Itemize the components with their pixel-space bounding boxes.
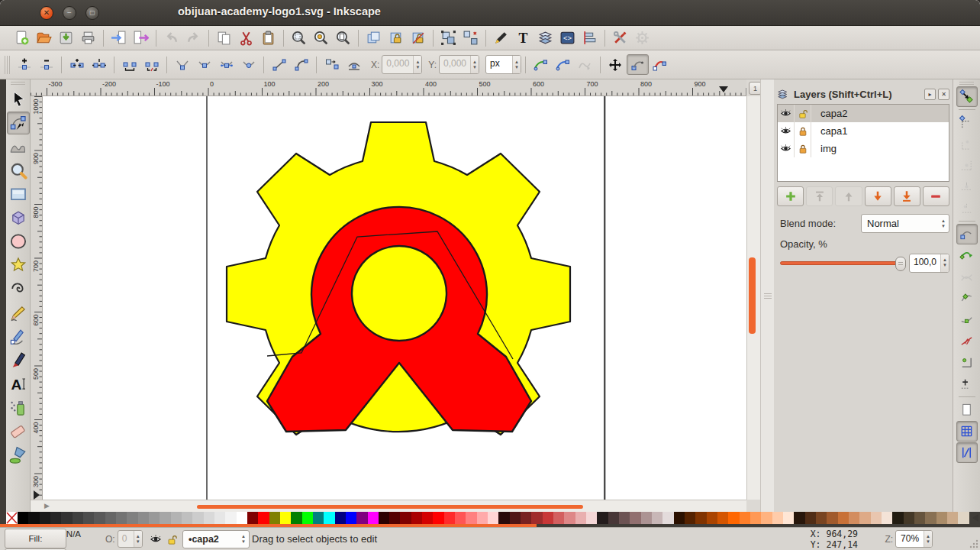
- horizontal-ruler[interactable]: -300-200-1000100200300400500600700800900…: [31, 79, 746, 96]
- horizontal-scrollbar-thumb[interactable]: [197, 505, 583, 509]
- palette-swatch[interactable]: [313, 512, 324, 524]
- palette-swatch[interactable]: [138, 512, 149, 524]
- snapbar-grip[interactable]: [959, 82, 974, 86]
- toolbox-grip[interactable]: [11, 82, 25, 86]
- palette-swatch[interactable]: [674, 512, 685, 524]
- palette-swatch[interactable]: [783, 512, 794, 524]
- text-button[interactable]: T: [512, 28, 534, 48]
- spray-tool-button[interactable]: [7, 396, 30, 419]
- node-tool-button[interactable]: [7, 112, 30, 134]
- snap-cusp-button[interactable]: [956, 288, 978, 309]
- object-opacity-input[interactable]: 0▲▼: [118, 530, 143, 548]
- layers-dialog-button[interactable]: [534, 28, 556, 48]
- palette-scroll-arrow-icon[interactable]: [972, 514, 978, 522]
- palette-swatch[interactable]: [958, 512, 969, 524]
- snap-corner-button[interactable]: [956, 352, 978, 373]
- palette-swatch[interactable]: [728, 512, 739, 524]
- edit-mask-button[interactable]: [552, 54, 574, 75]
- palette-swatch[interactable]: [192, 512, 203, 524]
- palette-swatch[interactable]: [214, 512, 225, 524]
- palette-swatch[interactable]: [553, 512, 564, 524]
- layer-visibility-toggle[interactable]: [778, 122, 795, 140]
- layer-lock-toggle[interactable]: [795, 105, 811, 122]
- palette-swatch[interactable]: [225, 512, 236, 524]
- horizontal-scrollbar[interactable]: ▶: [31, 500, 746, 512]
- palette-swatch[interactable]: [105, 512, 116, 524]
- node-symmetric-button[interactable]: [215, 54, 237, 75]
- palette-swatch[interactable]: [411, 512, 422, 524]
- layer-row[interactable]: capa1: [778, 122, 949, 140]
- palette-swatch[interactable]: [258, 512, 269, 524]
- palette-swatch[interactable]: [182, 512, 192, 524]
- palette-swatch[interactable]: [400, 512, 411, 524]
- palette-swatch[interactable]: [455, 512, 466, 524]
- palette-swatch[interactable]: [619, 512, 630, 524]
- layer-visibility-toggle[interactable]: [778, 105, 795, 122]
- blend-mode-select[interactable]: Normal ▲▼: [861, 214, 949, 233]
- palette-swatch[interactable]: [28, 512, 39, 524]
- palette-swatch[interactable]: [127, 512, 137, 524]
- opacity-slider[interactable]: [780, 261, 901, 265]
- edit-clip-button[interactable]: [530, 54, 552, 75]
- palette-swatch[interactable]: [389, 512, 400, 524]
- palette-swatch[interactable]: [302, 512, 313, 524]
- palette-swatch[interactable]: [346, 512, 356, 524]
- palette-swatch[interactable]: [83, 512, 94, 524]
- palette-swatch[interactable]: [750, 512, 761, 524]
- paintbucket-tool-button[interactable]: [7, 443, 30, 466]
- no-color-swatch[interactable]: [6, 512, 18, 524]
- palette-swatch[interactable]: [630, 512, 640, 524]
- node-curve-button[interactable]: [290, 54, 312, 75]
- selector-tool-button[interactable]: [7, 88, 30, 111]
- document-save-button[interactable]: [55, 28, 77, 48]
- node-handles-button[interactable]: [627, 54, 649, 75]
- toolbar-grip[interactable]: [5, 56, 10, 74]
- snap-grid-button[interactable]: [956, 421, 978, 442]
- node-insert-button[interactable]: [13, 54, 35, 75]
- snap-guides-button[interactable]: [956, 442, 978, 463]
- dock-grip[interactable]: [764, 293, 772, 300]
- palette-swatch[interactable]: [936, 512, 947, 524]
- palette-swatch[interactable]: [149, 512, 160, 524]
- palette-swatch[interactable]: [871, 512, 882, 524]
- palette-swatch[interactable]: [466, 512, 476, 524]
- palette-swatch[interactable]: [269, 512, 280, 524]
- palette-swatch[interactable]: [433, 512, 443, 524]
- palette-swatch[interactable]: [291, 512, 301, 524]
- snap-page-button[interactable]: [956, 400, 978, 420]
- palette-swatch[interactable]: [652, 512, 662, 524]
- zoom-page-button[interactable]: [332, 28, 354, 48]
- import-button[interactable]: [108, 28, 130, 48]
- palette-swatch[interactable]: [247, 512, 258, 524]
- node-line-button[interactable]: [268, 54, 290, 75]
- palette-swatch[interactable]: [521, 512, 531, 524]
- palette-swatch[interactable]: [531, 512, 542, 524]
- current-layer-select[interactable]: •capa2 ▲▼: [182, 530, 250, 548]
- palette-swatch[interactable]: [662, 512, 673, 524]
- palette-swatch[interactable]: [859, 512, 870, 524]
- duplicate-button[interactable]: [363, 28, 385, 48]
- ungroup-button[interactable]: [459, 28, 482, 48]
- node-smooth-button[interactable]: [193, 54, 215, 75]
- palette-swatch[interactable]: [685, 512, 695, 524]
- palette-swatch[interactable]: [849, 512, 859, 524]
- palette-swatch[interactable]: [50, 512, 61, 524]
- rectangle-tool-button[interactable]: [7, 183, 30, 205]
- tweak-tool-button[interactable]: [7, 135, 30, 158]
- layer-row[interactable]: capa2: [778, 105, 949, 122]
- unlink-clone-button[interactable]: [407, 28, 429, 48]
- ellipse-tool-button[interactable]: [7, 230, 30, 253]
- palette-swatch[interactable]: [608, 512, 619, 524]
- palette-swatch[interactable]: [116, 512, 127, 524]
- zoom-input[interactable]: 70%▲▼: [895, 530, 933, 548]
- node-break-button[interactable]: [66, 54, 88, 75]
- export-button[interactable]: [130, 28, 152, 48]
- palette-swatch[interactable]: [827, 512, 837, 524]
- palette-swatch[interactable]: [510, 512, 521, 524]
- star-tool-button[interactable]: [7, 254, 30, 277]
- palette-swatch[interactable]: [564, 512, 575, 524]
- palette-swatch[interactable]: [805, 512, 816, 524]
- palette-swatch[interactable]: [543, 512, 553, 524]
- clone-button[interactable]: [385, 28, 407, 48]
- scroll-left-stepper[interactable]: ▶: [44, 502, 50, 510]
